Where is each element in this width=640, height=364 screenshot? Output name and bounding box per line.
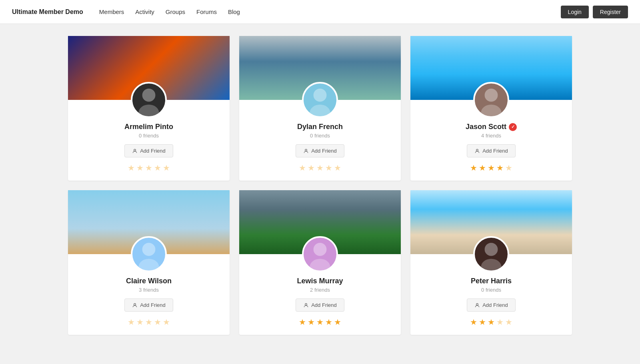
star-empty: ★ xyxy=(128,317,135,327)
star-empty: ★ xyxy=(299,163,306,173)
nav-links: MembersActivityGroupsForumsBlog xyxy=(99,8,240,16)
rating-stars: ★★★★★ xyxy=(239,163,401,173)
star-half: ★ xyxy=(488,317,495,327)
register-button[interactable]: Register xyxy=(593,6,628,18)
svg-point-4 xyxy=(310,105,330,116)
svg-point-7 xyxy=(481,105,501,116)
star-empty: ★ xyxy=(334,163,341,173)
svg-point-12 xyxy=(314,243,327,256)
add-friend-button[interactable]: Add Friend xyxy=(296,298,344,312)
svg-point-1 xyxy=(138,105,159,116)
avatar xyxy=(473,82,509,118)
star-half: ★ xyxy=(496,163,504,173)
avatar-wrapper xyxy=(68,236,230,272)
star-filled: ★ xyxy=(479,317,486,327)
rating-stars: ★★★★★ xyxy=(68,317,230,327)
friends-count: 0 friends xyxy=(239,133,401,139)
star-empty: ★ xyxy=(163,317,170,327)
star-empty: ★ xyxy=(308,163,315,173)
star-empty: ★ xyxy=(136,317,144,327)
person-icon xyxy=(474,302,480,308)
add-friend-button[interactable]: Add Friend xyxy=(467,298,516,312)
member-card: Jason Scott✓4 friendsAdd Friend★★★★★ xyxy=(410,36,572,181)
member-name: Claire Wilson xyxy=(68,277,230,285)
star-empty: ★ xyxy=(145,317,152,327)
member-name: Dylan French xyxy=(239,123,401,131)
person-icon xyxy=(303,148,309,154)
nav-link-forums[interactable]: Forums xyxy=(196,8,217,16)
svg-point-6 xyxy=(485,89,498,102)
star-filled: ★ xyxy=(316,317,324,327)
star-filled: ★ xyxy=(470,163,477,173)
person-icon xyxy=(132,148,138,154)
svg-point-9 xyxy=(142,243,156,256)
svg-point-0 xyxy=(142,89,156,102)
star-empty: ★ xyxy=(136,163,144,173)
star-empty: ★ xyxy=(145,163,152,173)
rating-stars: ★★★★★ xyxy=(239,317,401,327)
add-friend-button[interactable]: Add Friend xyxy=(296,144,344,157)
star-empty: ★ xyxy=(154,163,161,173)
svg-point-16 xyxy=(481,259,501,271)
friends-count: 3 friends xyxy=(68,287,230,293)
svg-point-5 xyxy=(305,149,307,151)
add-friend-button[interactable]: Add Friend xyxy=(124,298,173,312)
friends-count: 0 friends xyxy=(68,133,230,139)
person-icon xyxy=(474,148,480,154)
avatar-wrapper xyxy=(410,82,572,118)
svg-point-17 xyxy=(476,303,478,305)
nav-actions: Login Register xyxy=(561,6,628,18)
star-empty: ★ xyxy=(128,163,135,173)
member-name: Lewis Murray xyxy=(239,277,401,285)
star-empty: ★ xyxy=(496,317,504,327)
star-empty: ★ xyxy=(325,163,332,173)
main-content: Armelim Pinto0 friendsAdd Friend★★★★★ Dy… xyxy=(60,36,580,335)
star-filled: ★ xyxy=(479,163,486,173)
svg-point-11 xyxy=(134,303,136,305)
avatar xyxy=(131,236,167,272)
avatar-wrapper xyxy=(410,236,572,272)
nav-link-activity[interactable]: Activity xyxy=(135,8,154,16)
brand: Ultimate Member Demo xyxy=(12,8,83,16)
friends-count: 2 friends xyxy=(239,287,401,293)
verified-badge: ✓ xyxy=(509,123,517,131)
star-empty: ★ xyxy=(505,163,512,173)
avatar xyxy=(302,82,338,118)
svg-point-13 xyxy=(310,259,330,271)
rating-stars: ★★★★★ xyxy=(410,163,572,173)
nav-link-blog[interactable]: Blog xyxy=(228,8,240,16)
member-card: Claire Wilson3 friendsAdd Friend★★★★★ xyxy=(68,190,230,335)
avatar-wrapper xyxy=(239,236,401,272)
star-empty: ★ xyxy=(154,317,161,327)
navbar: Ultimate Member Demo MembersActivityGrou… xyxy=(0,0,640,24)
star-filled: ★ xyxy=(299,317,306,327)
star-filled: ★ xyxy=(488,163,495,173)
person-icon xyxy=(132,302,138,308)
member-name: Peter Harris xyxy=(410,277,572,285)
member-card: Peter Harris0 friendsAdd Friend★★★★★ xyxy=(410,190,572,335)
star-empty: ★ xyxy=(505,317,512,327)
member-name: Jason Scott✓ xyxy=(410,123,572,131)
nav-link-members[interactable]: Members xyxy=(99,8,124,16)
members-grid: Armelim Pinto0 friendsAdd Friend★★★★★ Dy… xyxy=(68,36,572,335)
avatar xyxy=(473,236,509,272)
add-friend-button[interactable]: Add Friend xyxy=(124,144,173,157)
nav-link-groups[interactable]: Groups xyxy=(166,8,185,16)
member-card: Lewis Murray2 friendsAdd Friend★★★★★ xyxy=(239,190,401,335)
svg-point-3 xyxy=(314,89,327,102)
star-filled: ★ xyxy=(334,317,341,327)
svg-point-8 xyxy=(476,149,478,151)
star-filled: ★ xyxy=(308,317,315,327)
svg-point-2 xyxy=(134,149,136,151)
login-button[interactable]: Login xyxy=(561,6,589,18)
avatar xyxy=(302,236,338,272)
member-card: Armelim Pinto0 friendsAdd Friend★★★★★ xyxy=(68,36,230,181)
member-name: Armelim Pinto xyxy=(68,123,230,131)
avatar-wrapper xyxy=(239,82,401,118)
svg-point-15 xyxy=(485,243,498,256)
add-friend-button[interactable]: Add Friend xyxy=(467,144,516,157)
friends-count: 0 friends xyxy=(410,287,572,293)
star-filled: ★ xyxy=(470,317,477,327)
rating-stars: ★★★★★ xyxy=(410,317,572,327)
star-filled: ★ xyxy=(325,317,332,327)
